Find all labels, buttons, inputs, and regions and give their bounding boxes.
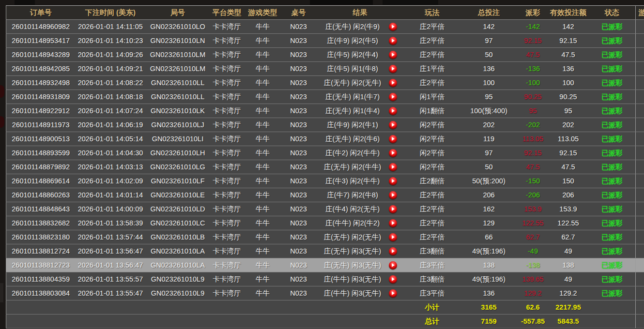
payout-cell: 47.5 — [518, 48, 548, 62]
play-icon[interactable] — [389, 65, 397, 73]
bet-method-cell: 庄2翻倍 — [405, 174, 460, 188]
play-icon[interactable] — [389, 79, 397, 87]
table-row[interactable]: 260101148922912 2026-01-01 14:07:24 GN02… — [6, 104, 644, 118]
play-icon[interactable] — [389, 205, 397, 213]
bet-method-cell: 闲2平倍 — [405, 146, 460, 160]
game-cell — [636, 132, 644, 146]
payout-cell: 62.7 — [518, 230, 548, 244]
table-row[interactable]: 260101148943289 2026-01-01 14:09:26 GN02… — [6, 48, 644, 62]
table-row[interactable]: 260101148960982 2026-01-01 14:11:05 GN02… — [6, 20, 644, 34]
valid-bet-cell: 100 — [548, 76, 589, 90]
column-header-6: 桌号 — [282, 6, 316, 20]
play-icon[interactable] — [389, 191, 397, 199]
play-icon[interactable] — [389, 289, 397, 298]
order-id-cell: 260101148932498 — [6, 76, 76, 90]
background-texture — [0, 85, 4, 98]
table-row[interactable]: 260101148953417 2026-01-01 14:10:23 GN02… — [6, 34, 644, 48]
play-icon[interactable] — [389, 275, 397, 284]
total-bet-cell: 142 — [460, 20, 518, 34]
play-triangle — [392, 109, 395, 113]
summary-spacer-cell — [6, 300, 405, 314]
play-icon[interactable] — [389, 219, 397, 227]
result-text: 庄(无牛) 闲3(无牛) — [317, 261, 389, 270]
bet-time-cell: 2026-01-01 14:06:19 — [76, 118, 146, 132]
order-id-cell: 260101148860263 — [6, 188, 76, 202]
table-no-cell: N023 — [282, 34, 316, 48]
result-cell: 庄(无牛) 闲2(无牛) — [316, 76, 405, 90]
table-row[interactable]: 260101148860263 2026-01-01 14:01:14 GN02… — [6, 188, 644, 202]
total-bet-cell: 100(预:400) — [460, 104, 518, 118]
status-cell: 已派彩 — [589, 104, 636, 118]
play-triangle — [392, 151, 395, 155]
platform-cell: 卡卡湾厅 — [210, 286, 244, 300]
table-row[interactable]: 260101138804359 2026-01-01 13:55:57 GN02… — [6, 272, 644, 286]
play-icon[interactable] — [389, 233, 397, 241]
play-icon[interactable] — [389, 261, 397, 269]
game-cell — [636, 286, 644, 300]
play-icon[interactable] — [389, 107, 397, 115]
play-triangle — [392, 193, 395, 197]
result-cell: 庄(无牛) 闲2(无牛) — [316, 230, 405, 244]
result-text: 庄(牛4) 闲2(无牛) — [317, 205, 389, 214]
play-icon[interactable] — [389, 37, 397, 45]
round-id-cell: GN023261010LG — [146, 160, 210, 174]
play-triangle — [392, 67, 395, 71]
total-bet-cell: 138 — [460, 258, 518, 272]
table-row[interactable]: 260101148869614 2026-01-01 14:02:09 GN02… — [6, 174, 644, 188]
play-triangle — [392, 207, 395, 211]
summary-game-cell — [636, 300, 644, 314]
column-header-12: 状态 — [589, 6, 636, 20]
table-row[interactable]: 260101148900513 2026-01-01 14:05:14 GN02… — [6, 132, 644, 146]
status-cell: 已派彩 — [589, 216, 636, 230]
status-cell: 已派彩 — [589, 118, 636, 132]
round-id-cell: GN023261010LN — [146, 34, 210, 48]
result-text: 庄(牛牛) 闲3(无牛) — [317, 275, 389, 284]
game-type-cell: 牛牛 — [244, 62, 282, 76]
platform-cell: 卡卡湾厅 — [210, 146, 244, 160]
round-id-cell: GN023261010L9 — [146, 272, 210, 286]
total-bet-cell: 119 — [460, 132, 518, 146]
play-icon[interactable] — [389, 135, 397, 143]
order-id-cell: 260101148879892 — [6, 160, 76, 174]
table-row[interactable]: 260101148893599 2026-01-01 14:04:30 GN02… — [6, 146, 644, 160]
play-icon[interactable] — [389, 51, 397, 59]
play-icon[interactable] — [389, 149, 397, 157]
table-row[interactable]: 260101138823180 2026-01-01 13:57:44 GN02… — [6, 230, 644, 244]
column-header-3: 局号 — [146, 6, 210, 20]
background-texture — [0, 283, 3, 302]
total-bet-cell: 206 — [460, 188, 518, 202]
table-row[interactable]: 260101148942085 2026-01-01 14:09:21 GN02… — [6, 62, 644, 76]
table-row[interactable]: 260101138812724 2026-01-01 13:56:47 GN02… — [6, 244, 644, 258]
play-icon[interactable] — [389, 121, 397, 129]
table-row[interactable]: 260101148879892 2026-01-01 14:03:13 GN02… — [6, 160, 644, 174]
game-type-cell: 牛牛 — [244, 90, 282, 104]
total-bet-cell: 66 — [460, 230, 518, 244]
bet-method-cell: 庄2平倍 — [405, 76, 460, 90]
table-row[interactable]: 260101138803084 2026-01-01 13:55:47 GN02… — [6, 286, 644, 300]
play-icon[interactable] — [389, 163, 397, 171]
play-icon[interactable] — [389, 177, 397, 185]
play-icon[interactable] — [389, 23, 397, 31]
table-row[interactable]: 260101138812723 2026-01-01 13:56:47 GN02… — [6, 258, 644, 272]
round-id-cell: GN023261010LL — [146, 90, 210, 104]
valid-bet-cell: 153.9 — [548, 202, 589, 216]
platform-cell: 卡卡湾厅 — [210, 132, 244, 146]
result-cell: 庄(无牛) 闲2(牛6) — [316, 132, 405, 146]
table-no-cell: N023 — [282, 132, 316, 146]
table-row[interactable]: 260101148931809 2026-01-01 14:08:18 GN02… — [6, 90, 644, 104]
game-cell — [636, 202, 644, 216]
game-type-cell: 牛牛 — [244, 48, 282, 62]
play-icon[interactable] — [389, 93, 397, 101]
table-row[interactable]: 260101148932498 2026-01-01 14:08:22 GN02… — [6, 76, 644, 90]
valid-bet-cell: 49 — [548, 272, 589, 286]
total-bet-cell: 50 — [460, 160, 518, 174]
total-bet-cell: 129 — [460, 216, 518, 230]
total-bet-cell: 49(预:196) — [460, 244, 518, 258]
table-no-cell: N023 — [282, 76, 316, 90]
table-row[interactable]: 260101148911973 2026-01-01 14:06:19 GN02… — [6, 118, 644, 132]
play-triangle — [392, 165, 395, 169]
table-row[interactable]: 260101148848643 2026-01-01 14:00:09 GN02… — [6, 202, 644, 216]
table-row[interactable]: 260101138832682 2026-01-01 13:58:39 GN02… — [6, 216, 644, 230]
play-icon[interactable] — [389, 247, 397, 255]
result-text: 庄(牛2) 闲2(牛牛) — [317, 149, 389, 158]
